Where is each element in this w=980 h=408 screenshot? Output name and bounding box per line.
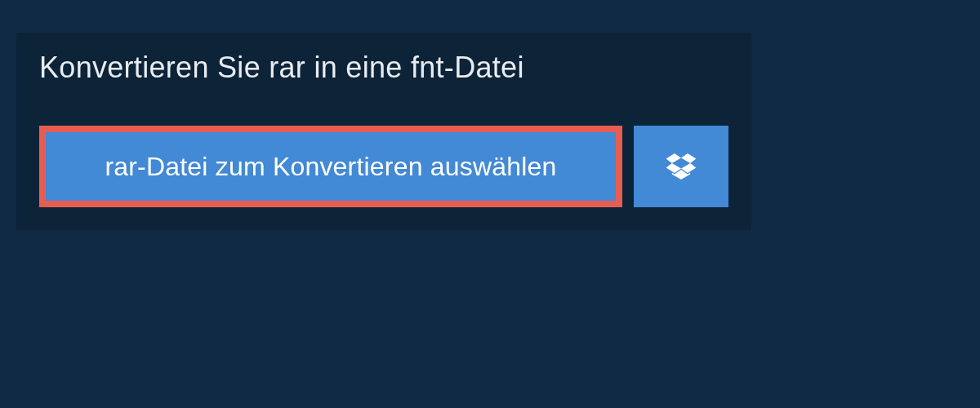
page-container: Konvertieren Sie rar in eine fnt-Datei r…: [0, 0, 980, 263]
title-bar: Konvertieren Sie rar in eine fnt-Datei: [16, 33, 604, 103]
converter-panel: Konvertieren Sie rar in eine fnt-Datei r…: [16, 33, 751, 230]
dropbox-icon: [665, 150, 697, 183]
select-file-button[interactable]: rar-Datei zum Konvertieren auswählen: [46, 132, 616, 201]
button-row: rar-Datei zum Konvertieren auswählen: [16, 103, 751, 230]
select-file-label: rar-Datei zum Konvertieren auswählen: [105, 152, 556, 182]
select-button-highlight: rar-Datei zum Konvertieren auswählen: [39, 126, 622, 207]
dropbox-button[interactable]: [634, 126, 728, 207]
page-title: Konvertieren Sie rar in eine fnt-Datei: [39, 51, 581, 85]
